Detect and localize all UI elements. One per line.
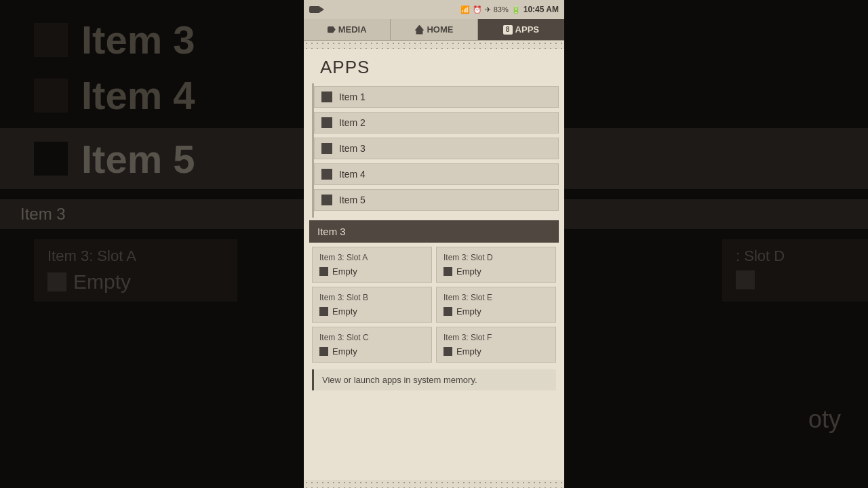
slot-card-e[interactable]: Item 3: Slot E Empty bbox=[436, 287, 556, 323]
item3-label: Item 3 bbox=[339, 143, 366, 154]
dot-pattern-top bbox=[304, 41, 564, 49]
tab-apps[interactable]: 8 APPS bbox=[478, 19, 564, 40]
item1-label: Item 1 bbox=[339, 92, 366, 102]
tab-home-label: HOME bbox=[427, 24, 453, 35]
tab-apps-label: APPS bbox=[515, 24, 539, 35]
slots-grid: Item 3: Slot A Empty Item 3: Slot D Empt… bbox=[309, 243, 559, 367]
item4-icon bbox=[321, 169, 332, 180]
slot-c-title: Item 3: Slot C bbox=[319, 333, 425, 342]
item2-label: Item 2 bbox=[339, 117, 366, 128]
page-title: APPS bbox=[309, 49, 559, 83]
camera-icon bbox=[309, 6, 320, 13]
slot-e-label: Empty bbox=[456, 306, 481, 317]
list-item-1[interactable]: Item 1 bbox=[314, 86, 559, 108]
slot-d-label: Empty bbox=[456, 266, 481, 277]
slot-b-label: Empty bbox=[332, 306, 357, 317]
slot-e-empty: Empty bbox=[443, 306, 549, 317]
bottom-description: View or launch apps in system memory. bbox=[312, 369, 556, 390]
media-icon bbox=[328, 26, 336, 33]
list-item-2[interactable]: Item 2 bbox=[314, 112, 559, 134]
item1-icon bbox=[321, 92, 332, 102]
sim-icon: 📶 bbox=[460, 5, 470, 14]
slot-d-empty: Empty bbox=[443, 266, 549, 277]
slot-f-empty: Empty bbox=[443, 346, 549, 357]
slot-f-icon bbox=[443, 347, 452, 356]
slot-b-title: Item 3: Slot B bbox=[319, 293, 425, 302]
slot-a-title: Item 3: Slot A bbox=[319, 253, 425, 262]
slot-b-icon bbox=[319, 307, 328, 316]
slot-card-c[interactable]: Item 3: Slot C Empty bbox=[312, 327, 432, 363]
slot-c-empty: Empty bbox=[319, 346, 425, 357]
status-time: 10:45 AM bbox=[524, 5, 559, 14]
slot-c-label: Empty bbox=[332, 346, 357, 357]
item5-icon bbox=[321, 195, 332, 205]
status-left bbox=[309, 6, 320, 13]
slot-f-label: Empty bbox=[456, 346, 481, 357]
home-icon bbox=[414, 25, 424, 35]
item5-label: Item 5 bbox=[339, 195, 366, 205]
slot-e-title: Item 3: Slot E bbox=[443, 293, 549, 302]
slot-a-icon bbox=[319, 267, 328, 276]
content-area[interactable]: APPS Item 1 Item 2 Item 3 Item 4 Item 5 bbox=[304, 49, 564, 480]
status-bar: 📶 ⏰ ✈ 83% 🔋 10:45 AM bbox=[304, 0, 564, 19]
slot-card-b[interactable]: Item 3: Slot B Empty bbox=[312, 287, 432, 323]
list-item-4[interactable]: Item 4 bbox=[314, 163, 559, 185]
tab-media-label: MEDIA bbox=[338, 24, 367, 35]
slot-f-title: Item 3: Slot F bbox=[443, 333, 549, 342]
items-list: Item 1 Item 2 Item 3 Item 4 Item 5 bbox=[312, 83, 559, 218]
slot-c-icon bbox=[319, 347, 328, 356]
dot-pattern-bottom bbox=[304, 480, 564, 488]
item2-icon bbox=[321, 117, 332, 128]
left-overlay bbox=[0, 0, 304, 488]
battery-level: 83% bbox=[494, 5, 509, 14]
battery-icon: 🔋 bbox=[511, 5, 521, 14]
tab-media[interactable]: MEDIA bbox=[304, 19, 391, 40]
tab-home[interactable]: HOME bbox=[391, 19, 477, 40]
main-panel: 📶 ⏰ ✈ 83% 🔋 10:45 AM MEDIA HOME 8 APPS A… bbox=[304, 0, 564, 488]
slot-a-empty: Empty bbox=[319, 266, 425, 277]
slot-d-icon bbox=[443, 267, 452, 276]
apps-icon: 8 bbox=[503, 25, 513, 35]
slot-b-empty: Empty bbox=[319, 306, 425, 317]
item4-label: Item 4 bbox=[339, 169, 366, 180]
slot-d-title: Item 3: Slot D bbox=[443, 253, 549, 262]
selected-item-header: Item 3 bbox=[309, 220, 559, 243]
slot-e-icon bbox=[443, 307, 452, 316]
item3-icon bbox=[321, 143, 332, 154]
slot-card-f[interactable]: Item 3: Slot F Empty bbox=[436, 327, 556, 363]
status-right: 📶 ⏰ ✈ 83% 🔋 10:45 AM bbox=[460, 5, 559, 14]
list-item-3[interactable]: Item 3 bbox=[314, 138, 559, 159]
list-item-5[interactable]: Item 5 bbox=[314, 189, 559, 211]
slot-card-a[interactable]: Item 3: Slot A Empty bbox=[312, 247, 432, 283]
nav-tabs: MEDIA HOME 8 APPS bbox=[304, 19, 564, 41]
airplane-icon: ✈ bbox=[485, 5, 491, 14]
slot-card-d[interactable]: Item 3: Slot D Empty bbox=[436, 247, 556, 283]
slot-a-label: Empty bbox=[332, 266, 357, 277]
alarm-icon: ⏰ bbox=[473, 5, 482, 14]
right-overlay bbox=[564, 0, 868, 488]
